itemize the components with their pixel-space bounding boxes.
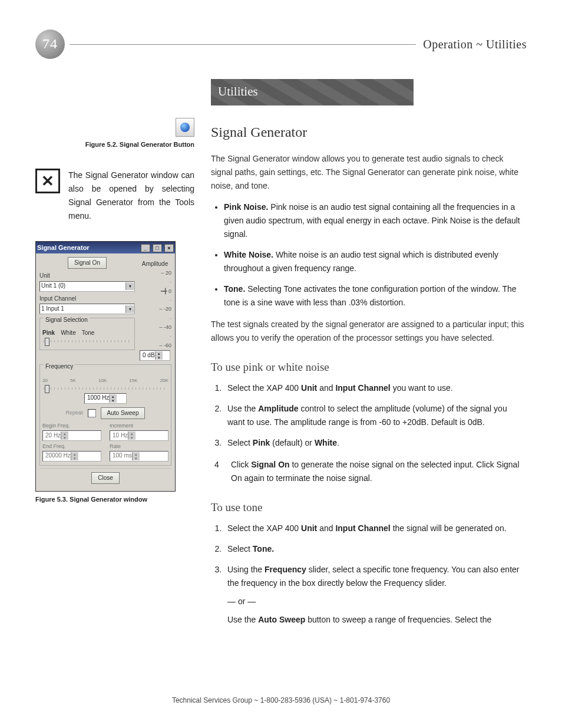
text-bold: Input Channel xyxy=(335,523,390,533)
begin-freq-label: Begin Freq. xyxy=(42,421,101,430)
slider-thumb[interactable] xyxy=(45,338,49,346)
figure-5-3-caption: Figure 5.3. Signal Generator window xyxy=(35,494,194,505)
frequency-label: Frequency xyxy=(44,362,75,372)
list-item: White Noise. White noise is an audio tes… xyxy=(224,248,527,275)
breadcrumb-sep: ~ xyxy=(476,38,482,51)
list-item: Select the XAP 400 Unit and Input Channe… xyxy=(224,522,527,535)
text-bold: Pink xyxy=(253,438,270,447)
signal-tone-option[interactable]: Tone xyxy=(82,328,95,338)
list-item: Select Pink (default) or White. xyxy=(224,436,527,450)
signal-pink-option[interactable]: Pink xyxy=(42,328,55,338)
text-bold: Tone. xyxy=(253,544,274,554)
text: (default) or xyxy=(270,438,314,447)
unit-select[interactable]: Unit 1 (0) ▾ xyxy=(39,281,135,292)
section-banner: Utilities xyxy=(211,79,414,106)
text: Select xyxy=(227,438,253,447)
auto-sweep-button[interactable]: Auto Sweep xyxy=(101,407,146,420)
step-number: 4 xyxy=(214,458,222,485)
text: the signal will be generated on. xyxy=(391,523,507,533)
breadcrumb: Operation ~ Utilities xyxy=(423,35,527,54)
increment-spinner[interactable]: 10 Hz ▴▾ xyxy=(110,430,168,441)
pink-noise-text: Pink noise is an audio test signal conta… xyxy=(224,202,520,239)
rate-value: 100 ms xyxy=(113,451,132,461)
rate-spinner[interactable]: 100 ms ▴▾ xyxy=(110,451,168,462)
or-separator: — or — xyxy=(227,595,527,608)
text-bold: Unit xyxy=(301,523,317,533)
tone-steps: Select the XAP 400 Unit and Input Channe… xyxy=(211,522,527,627)
window-titlebar: Signal Generator _ □ × xyxy=(36,242,175,253)
text: Select the XAP 400 xyxy=(227,383,301,393)
chevron-down-icon: ▾ xyxy=(125,305,134,313)
page-number-badge: 74 xyxy=(35,29,65,59)
text-bold: Unit xyxy=(301,383,317,393)
begin-freq-spinner[interactable]: 20 Hz ▴▾ xyxy=(42,430,101,441)
spinner-arrows-icon: ▴▾ xyxy=(132,452,140,460)
list-item: Tone. Selecting Tone activates the tone … xyxy=(224,282,527,309)
signal-white-option[interactable]: White xyxy=(61,328,76,338)
list-item: Select the XAP 400 Unit and Input Channe… xyxy=(224,381,527,395)
frequency-ticks: 20 5K 10K 15K 20K xyxy=(42,377,168,384)
spinner-arrows-icon: ▴▾ xyxy=(61,431,68,440)
signal-generator-toolbar-button[interactable] xyxy=(176,118,194,137)
increment-value: 10 Hz xyxy=(113,431,128,441)
text-bold: White xyxy=(315,438,337,447)
end-freq-spinner[interactable]: 20000 Hz ▴▾ xyxy=(42,451,101,462)
minimize-button[interactable]: _ xyxy=(141,244,150,252)
amp-tick: – -40 xyxy=(138,323,171,332)
heading-signal-generator: Signal Generator xyxy=(211,121,527,144)
text: button to sweep a range of frequencies. … xyxy=(305,615,491,624)
amplitude-value: 0 dB xyxy=(143,351,155,361)
white-noise-label: White Noise. xyxy=(224,250,273,259)
slider-thumb[interactable] xyxy=(45,385,49,393)
maximize-button[interactable]: □ xyxy=(153,244,162,252)
spinner-arrows-icon: ▴▾ xyxy=(128,431,135,440)
repeat-checkbox[interactable] xyxy=(88,409,96,417)
freq-tick: 20K xyxy=(160,377,168,384)
tip-block: ✕ The Signal Generator window can also b… xyxy=(35,169,194,223)
list-item: Use the Amplitude control to select the … xyxy=(224,402,527,429)
page-footer: Technical Services Group ~ 1-800-283-593… xyxy=(0,695,562,707)
input-channel-select[interactable]: 1 Input 1 ▾ xyxy=(39,304,135,314)
rate-label: Rate xyxy=(110,442,168,451)
page: 74 Operation ~ Utilities Figure 5.2. Sig… xyxy=(0,0,562,728)
freq-tick: 5K xyxy=(70,377,76,384)
text: you want to use. xyxy=(391,383,453,393)
tip-text: The Signal Generator window can also be … xyxy=(68,169,194,223)
text-bold: Input Channel xyxy=(335,383,390,393)
amplitude-spinner[interactable]: 0 dB ▴▾ xyxy=(140,350,170,361)
amp-tick: – 20 xyxy=(138,269,171,278)
tip-icon: ✕ xyxy=(35,169,60,193)
signal-selection-label: Signal Selection xyxy=(44,315,90,325)
signal-selection-slider[interactable] xyxy=(44,340,131,342)
heading-use-tone: To use tone xyxy=(211,498,527,516)
amp-tick: 0 xyxy=(168,288,171,294)
text: and xyxy=(317,383,335,393)
increment-label: Increment xyxy=(110,421,168,430)
signal-on-button[interactable]: Signal On xyxy=(68,257,107,269)
pink-noise-label: Pink Noise. xyxy=(224,202,268,212)
freq-tick: 15K xyxy=(129,377,137,384)
close-window-button[interactable]: Close xyxy=(91,472,120,485)
text: Select the XAP 400 xyxy=(227,523,301,533)
frequency-spinner[interactable]: 1000 Hz ▴▾ xyxy=(84,393,127,404)
close-button[interactable]: × xyxy=(164,244,174,252)
spinner-arrows-icon: ▴▾ xyxy=(109,394,117,403)
text: Using the xyxy=(227,565,265,574)
tone-label: Tone. xyxy=(224,284,245,294)
figure-5-2-caption: Figure 5.2. Signal Generator Button xyxy=(85,139,194,150)
amplitude-label: Amplitude xyxy=(138,259,171,269)
breadcrumb-sub: Utilities xyxy=(486,38,527,51)
amp-tick: – -60 xyxy=(138,341,171,350)
input-channel-value: 1 Input 1 xyxy=(41,304,64,314)
page-header: 74 Operation ~ Utilities xyxy=(35,29,527,59)
spinner-arrows-icon: ▴▾ xyxy=(155,351,163,360)
window-title: Signal Generator xyxy=(37,242,90,253)
sidebar: Figure 5.2. Signal Generator Button ✕ Th… xyxy=(35,79,194,635)
signal-selection-group: Signal Selection Pink White Tone xyxy=(39,318,135,350)
globe-icon xyxy=(180,123,190,132)
window-controls: _ □ × xyxy=(140,242,174,253)
after-bullets-paragraph: The test signals created by the signal g… xyxy=(211,318,527,345)
frequency-slider[interactable] xyxy=(44,387,167,390)
intro-paragraph: The Signal Generator window allows you t… xyxy=(211,152,527,193)
figure-5-2: Figure 5.2. Signal Generator Button xyxy=(35,118,194,150)
